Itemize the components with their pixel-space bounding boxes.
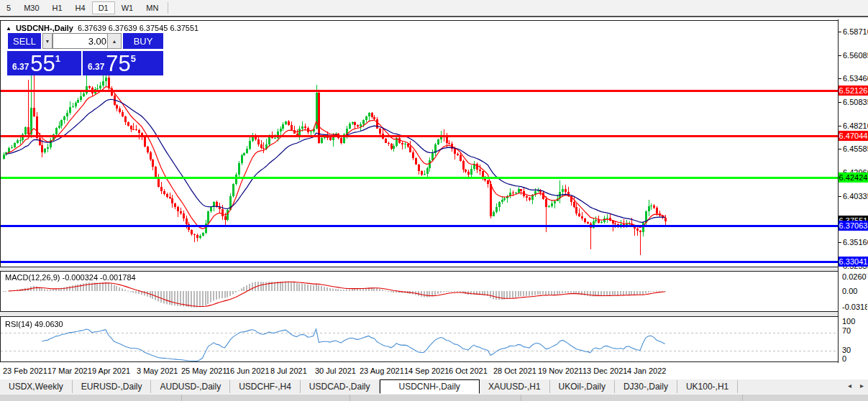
date-label: 23 Aug 2021 [360,367,404,375]
ask-price-prefix: 6.37 [88,62,104,72]
date-label: 4 Jan 2022 [627,367,666,375]
one-click-trade-panel: SELL ▼ ▲ BUY 6.37 55 1 6.37 75 5 [6,33,163,75]
rsi-value: 49.0630 [35,320,63,328]
chart-tab-eurusd-daily[interactable]: EURUSD-,Daily [73,380,152,393]
ask-price-box[interactable]: 6.37 75 5 [83,51,163,75]
timeframe-button-5[interactable]: 5 [0,1,17,14]
indicator-axis-label: 70 [842,326,867,336]
macd-name: MACD(12,26,9) [5,273,60,282]
chart-symbol-title: USDCNH-,Daily [16,24,73,32]
timeframe-button-m30[interactable]: M30 [17,1,45,14]
chart-tab-dj30-daily[interactable]: DJ30-,Daily [615,380,677,393]
date-label: 25 May 2021 [181,367,227,375]
price-tick-mark [839,102,841,103]
bid-price-prefix: 6.37 [12,62,29,72]
price-tick-label: 6.58710 [843,27,867,37]
macd-values: -0.000324 -0.001784 [62,273,135,282]
date-label: 9 Apr 2021 [92,367,130,375]
bid-price-pip: 1 [55,53,60,64]
volume-increase-button[interactable]: ▲ [107,33,122,49]
date-label: 30 Jul 2021 [315,367,356,375]
price-tick-label: 6.35160 [843,237,867,247]
arrow-down-icon: ▼ [45,39,50,44]
price-tick-mark [839,126,841,126]
price-tick-label: 6.56085 [843,50,867,60]
price-tick-label: 6.50835 [843,97,867,107]
chart-header: ▲ USDCNH-,Daily 6.37639 6.37639 6.37545 … [6,24,198,32]
date-axis: 23 Feb 202117 Mar 20219 Apr 20213 May 20… [0,363,839,379]
volume-decrease-button[interactable]: ▼ [42,33,52,49]
price-level-badge: 6.37063 [839,221,868,231]
date-label: 3 May 2021 [137,367,178,375]
status-divider [181,395,182,401]
chart-tab-audusd-daily[interactable]: AUDUSD-,Daily [151,380,230,393]
price-tick-mark [839,78,841,79]
chart-tab-ukoil-daily[interactable]: UKOil-,Daily [550,380,615,393]
date-label: 23 Feb 2021 [3,367,47,375]
price-level-badge: 6.47044 [839,131,868,141]
arrow-up-icon: ▲ [112,39,117,44]
chart-tab-xauusd-h1[interactable]: XAUUSD-,H1 [480,380,550,393]
toolbar-separator [168,2,168,14]
timeframe-button-h4[interactable]: H4 [69,1,92,14]
date-label: 19 Nov 2021 [538,367,583,375]
chart-ohlc-quote: 6.37639 6.37639 6.37545 6.37551 [78,24,198,32]
price-tick-mark [839,55,841,56]
chart-tab-uk100-h1[interactable]: UK100-,H1 [677,380,738,393]
date-label: 16 Jun 2021 [226,367,270,375]
date-label: 6 Oct 2021 [449,367,488,375]
price-tick-label: 6.45585 [843,144,867,154]
ask-price-pip: 5 [131,53,136,64]
indicator-axis-label: 0.00 [842,287,867,296]
price-tick-label: 6.48210 [843,121,867,131]
tab-scroll-right-icon[interactable]: ▸ [860,382,864,390]
price-tick-mark [839,196,841,197]
status-bar [0,394,868,401]
bid-price-box[interactable]: 6.37 55 1 [7,51,81,75]
date-label: 8 Jul 2021 [270,367,307,375]
indicator-axis-label: 100 [842,317,867,326]
sell-button[interactable]: SELL [8,33,41,49]
price-level-badge: 6.42424 [839,172,868,183]
indicator-axis-label: 0 [842,354,867,364]
tab-scroll-left-icon[interactable]: ◂ [848,382,851,390]
timeframe-toolbar: 5M30H1H4D1W1MN [0,0,868,17]
chart-tab-usdx-weekly[interactable]: USDX,Weekly [0,380,73,393]
date-label: 13 Dec 2021 [583,367,627,375]
timeframe-button-d1[interactable]: D1 [92,1,115,14]
chart-tab-bar: USDX,WeeklyEURUSD-,DailyAUDUSD-,DailyUSD… [0,379,868,394]
status-divider [742,395,743,401]
volume-input[interactable] [52,33,111,49]
chart-tab-usdcad-daily[interactable]: USDCAD-,Daily [301,380,380,393]
price-tick-mark [839,149,841,149]
tab-scroll-arrows: ◂ ▸ [848,382,864,390]
date-label: 14 Sep 2021 [404,367,449,375]
timeframe-button-mn[interactable]: MN [140,1,165,14]
indicator-axis-label: 0.02607 [842,272,867,282]
price-tick-label: 6.40335 [843,191,867,201]
date-label: 17 Mar 2021 [47,367,92,375]
price-level-badge: 6.52126 [839,86,868,96]
bid-price-big: 55 [30,53,55,75]
date-label: 28 Oct 2021 [493,367,536,375]
timeframe-button-h1[interactable]: H1 [46,1,69,14]
chart-tab-usdcnh-daily[interactable]: USDCNH-,Daily [380,379,480,394]
macd-indicator-label: MACD(12,26,9) -0.000324 -0.001784 [5,273,136,282]
status-divider [521,395,521,401]
collapse-icon[interactable]: ▲ [6,25,12,32]
price-tick-label: 6.53460 [843,73,867,83]
price-tick-mark [839,32,841,32]
rsi-name: RSI(14) [5,320,32,328]
indicator-axis-label: -0.031872 [842,303,867,312]
mt4-window: 5M30H1H4D1W1MN ▲ USDCNH-,Daily 6.37639 6… [0,0,868,401]
timeframe-button-w1[interactable]: W1 [115,1,140,14]
ask-price-big: 75 [106,53,130,75]
rsi-indicator-label: RSI(14) 49.0630 [5,320,63,328]
price-level-badge: 6.33041 [839,257,868,267]
chart-tab-usdchf-h4[interactable]: USDCHF-,H4 [230,380,301,393]
chart-tabs: USDX,WeeklyEURUSD-,DailyAUDUSD-,DailyUSD… [0,379,738,394]
price-tick-mark [839,242,841,243]
status-divider [350,395,350,401]
buy-button[interactable]: BUY [123,33,163,49]
